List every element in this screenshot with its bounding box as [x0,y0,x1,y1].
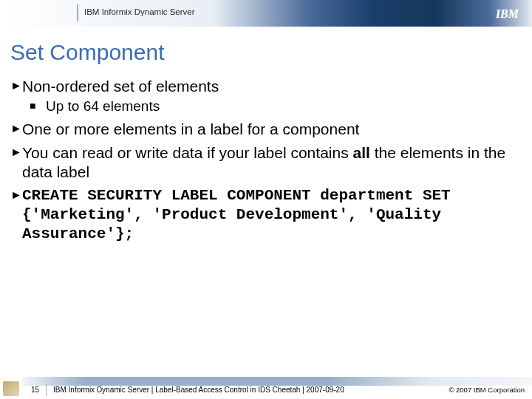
sub-bullet-row: ■ Up to 64 elements [30,98,529,115]
slide-content: ► Non-ordered set of elements ■ Up to 64… [0,77,532,244]
triangle-icon: ► [4,120,22,137]
cheetah-icon [3,381,19,396]
triangle-icon: ► [4,143,22,161]
square-icon: ■ [30,98,46,114]
footer-text: IBM Informix Dynamic Server | Label-Base… [53,386,344,394]
bullet-row: ► One or more elements in a label for a … [4,120,529,139]
sub-bullet-text: Up to 64 elements [46,98,160,115]
header-product-name: IBM Informix Dynamic Server [84,7,195,16]
bullet-text: You can read or write data if your label… [22,143,529,182]
bullet-text: One or more elements in a label for a co… [22,120,359,139]
header-background [0,0,532,27]
triangle-icon: ► [4,186,22,204]
triangle-icon: ► [4,77,22,95]
footer-separator [46,384,47,396]
bullet-row: ► You can read or write data if your lab… [4,143,529,182]
ibm-logo: IBM [496,7,519,21]
bullet-row: ► Non-ordered set of elements [4,77,529,96]
slide-header: IBM Informix Dynamic Server IBM [0,0,532,27]
header-separator [77,4,78,21]
page-number: 15 [31,386,39,394]
slide-footer: 15 IBM Informix Dynamic Server | Label-B… [0,377,532,399]
footer-background [22,377,532,386]
bullet-text: Non-ordered set of elements [22,77,219,96]
copyright: © 2007 IBM Corporation [449,386,525,394]
code-block: CREATE SECURITY LABEL COMPONENT departme… [22,186,529,244]
bullet-row: ► CREATE SECURITY LABEL COMPONENT depart… [4,186,529,244]
slide-title: Set Component [0,27,532,72]
